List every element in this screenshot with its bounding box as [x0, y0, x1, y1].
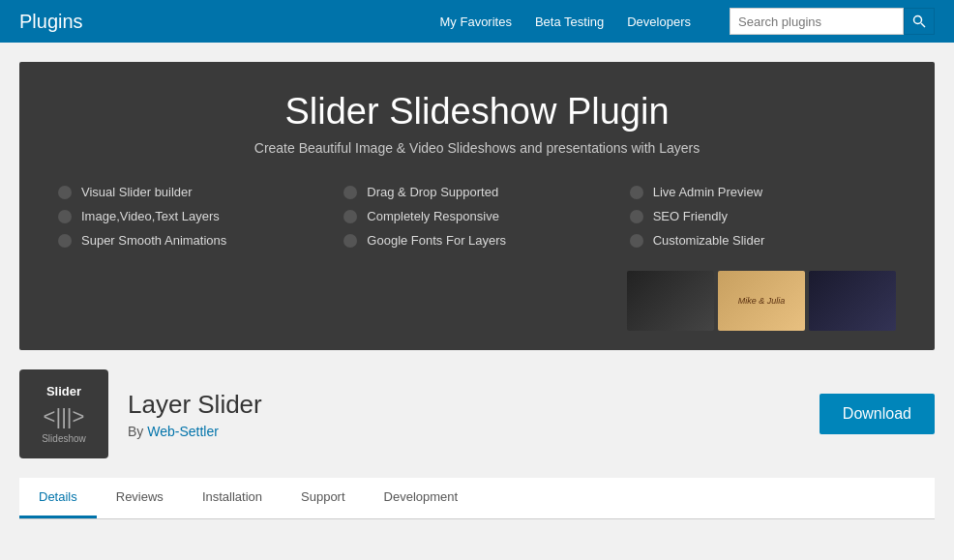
header-nav: My Favorites Beta Testing Developers [440, 8, 935, 35]
banner-thumbnails: Mike & Julia [58, 271, 896, 331]
feature-item: Drag & Drop Supported [343, 185, 610, 199]
feature-label: Super Smooth Animations [81, 233, 226, 248]
site-logo: Plugins [19, 11, 83, 33]
nav-developers[interactable]: Developers [627, 15, 691, 29]
tab-details[interactable]: Details [19, 478, 97, 518]
plugin-icon-symbol: <|||> [44, 404, 85, 429]
plugin-info-row: Slider <|||> Slideshow Layer Slider By W… [19, 350, 935, 478]
search-wrap [730, 8, 935, 35]
feature-dot [343, 234, 357, 248]
feature-item: Super Smooth Animations [58, 233, 324, 248]
download-button[interactable]: Download [820, 394, 935, 434]
thumbnail-2: Mike & Julia [718, 271, 805, 331]
author-by-label: By [128, 424, 143, 439]
main-content: Slider Slideshow Plugin Create Beautiful… [0, 62, 954, 560]
feature-item: Google Fonts For Layers [343, 233, 610, 248]
plugin-icon-sub: Slideshow [42, 433, 86, 444]
feature-item: SEO Friendly [630, 209, 896, 223]
plugin-banner: Slider Slideshow Plugin Create Beautiful… [19, 62, 935, 350]
header: Plugins My Favorites Beta Testing Develo… [0, 0, 954, 43]
search-button[interactable] [904, 8, 935, 35]
feature-dot [630, 234, 643, 248]
feature-label: Google Fonts For Layers [367, 233, 506, 248]
feature-label: Drag & Drop Supported [367, 185, 498, 199]
thumbnail-3 [809, 271, 896, 331]
plugin-author: By Web-Settler [128, 424, 820, 439]
search-input[interactable] [730, 8, 904, 35]
nav-my-favorites[interactable]: My Favorites [440, 15, 512, 29]
feature-dot [343, 210, 357, 223]
tabs-row: Details Reviews Installation Support Dev… [19, 478, 935, 519]
tab-support[interactable]: Support [282, 478, 365, 518]
feature-item: Customizable Slider [630, 233, 896, 248]
feature-dot [343, 186, 357, 199]
feature-dot [58, 186, 72, 199]
feature-label: Image,Video,Text Layers [81, 209, 220, 223]
plugin-section: Slider <|||> Slideshow Layer Slider By W… [19, 350, 935, 539]
features-grid: Visual Slider builder Drag & Drop Suppor… [58, 185, 896, 248]
feature-label: Live Admin Preview [653, 185, 762, 199]
feature-item: Visual Slider builder [58, 185, 324, 199]
tab-development[interactable]: Development [365, 478, 478, 518]
feature-dot [630, 186, 643, 199]
thumbnail-1 [627, 271, 714, 331]
feature-label: Customizable Slider [653, 233, 765, 248]
feature-dot [630, 210, 643, 223]
banner-subtitle: Create Beautiful Image & Video Slideshow… [58, 140, 896, 156]
feature-label: Completely Responsive [367, 209, 499, 223]
plugin-icon-title: Slider [46, 384, 81, 398]
tab-reviews[interactable]: Reviews [97, 478, 183, 518]
nav-beta-testing[interactable]: Beta Testing [535, 15, 604, 29]
plugin-meta: Layer Slider By Web-Settler [128, 390, 820, 439]
author-link[interactable]: Web-Settler [147, 424, 219, 439]
banner-title: Slider Slideshow Plugin [58, 91, 896, 133]
feature-item: Live Admin Preview [630, 185, 896, 199]
feature-label: SEO Friendly [653, 209, 728, 223]
plugin-icon: Slider <|||> Slideshow [19, 369, 108, 458]
search-icon [912, 15, 926, 28]
feature-item: Image,Video,Text Layers [58, 209, 324, 223]
plugin-name: Layer Slider [128, 390, 820, 420]
feature-dot [58, 234, 72, 248]
feature-dot [58, 210, 72, 223]
tab-installation[interactable]: Installation [183, 478, 282, 518]
svg-point-0 [914, 16, 922, 24]
feature-item: Completely Responsive [343, 209, 610, 223]
feature-label: Visual Slider builder [81, 185, 193, 199]
svg-line-1 [921, 23, 925, 27]
